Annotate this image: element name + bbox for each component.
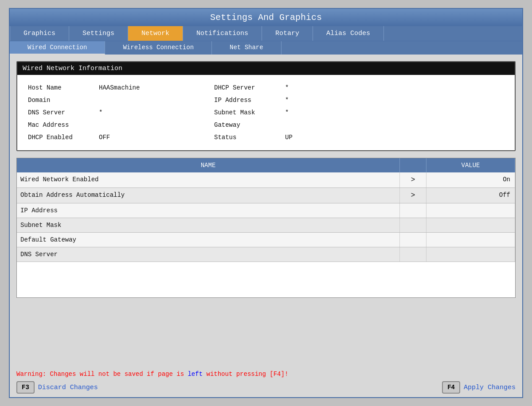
sub-tab-wireless[interactable]: Wireless Connection — [105, 41, 212, 55]
tab-settings[interactable]: Settings — [69, 26, 128, 41]
dhcp-enabled-value: OFF — [97, 131, 212, 144]
footer: Warning: Changes will not be saved if pa… — [10, 367, 522, 397]
footer-right: F4 Apply Changes — [442, 381, 516, 394]
dhcp-server-label: DHCP Server — [212, 82, 283, 94]
host-name-value: HAASmachine — [97, 82, 212, 94]
warning-message: Warning: Changes will not be saved if pa… — [16, 371, 516, 378]
table-row[interactable]: Subnet Mask — [17, 218, 515, 233]
row-name: Obtain Address Automatically — [17, 188, 400, 203]
row-value: On — [426, 172, 515, 187]
info-box-title: Wired Network Information — [17, 62, 515, 75]
row-name: Wired Network Enabled — [17, 172, 400, 187]
ip-address-value: * — [283, 94, 336, 106]
row-arrow: > — [400, 172, 426, 187]
window-title: Settings And Graphics — [210, 12, 322, 23]
table-row[interactable]: Wired Network Enabled > On — [17, 172, 515, 188]
table-row[interactable]: DNS Server — [17, 247, 515, 262]
status-label: Status — [212, 131, 283, 144]
domain-label: Domain — [26, 94, 97, 106]
status-value: UP — [283, 131, 336, 144]
settings-table-header: NAME VALUE — [17, 158, 515, 172]
table-row[interactable]: IP Address — [17, 203, 515, 218]
tab-graphics[interactable]: Graphics — [10, 26, 69, 41]
row-arrow — [400, 233, 426, 247]
ip-address-label: IP Address — [212, 94, 283, 106]
row-value — [426, 203, 515, 218]
row-name: DNS Server — [17, 247, 400, 262]
subnet-mask-value: * — [283, 106, 336, 119]
discard-changes-button[interactable]: Discard Changes — [38, 384, 98, 391]
row-name: Default Gateway — [17, 233, 400, 247]
mac-address-label: Mac Address — [26, 119, 97, 131]
wired-network-info-box: Wired Network Information Host Name HAAS… — [16, 61, 516, 151]
domain-value — [97, 94, 212, 106]
title-bar: Settings And Graphics — [10, 9, 522, 26]
row-value — [426, 218, 515, 232]
info-grid: Host Name HAASmachine DHCP Server * Doma… — [17, 75, 515, 150]
mac-address-value — [97, 119, 212, 131]
col-name-header: NAME — [17, 158, 400, 172]
content-area: Wired Network Information Host Name HAAS… — [10, 55, 522, 367]
tab-alias-codes[interactable]: Alias Codes — [313, 26, 384, 41]
row-value — [426, 233, 515, 247]
sub-tab-bar: Wired Connection Wireless Connection Net… — [10, 41, 522, 55]
row-arrow — [400, 203, 426, 218]
row-value — [426, 247, 515, 262]
settings-table: NAME VALUE Wired Network Enabled > On Ob… — [16, 158, 516, 298]
sub-tab-wired[interactable]: Wired Connection — [10, 41, 105, 55]
gateway-label: Gateway — [212, 119, 283, 131]
table-row[interactable]: Default Gateway — [17, 233, 515, 247]
footer-buttons: F3 Discard Changes F4 Apply Changes — [16, 381, 516, 394]
row-arrow — [400, 218, 426, 232]
dns-server-value: * — [97, 106, 212, 119]
row-arrow: > — [400, 188, 426, 203]
main-tab-bar: Graphics Settings Network Notifications … — [10, 26, 522, 41]
f3-key-button[interactable]: F3 — [16, 381, 35, 394]
col-arrow-header — [400, 158, 426, 172]
warning-highlight: left — [188, 371, 203, 378]
gateway-value — [283, 119, 336, 131]
table-row[interactable]: Obtain Address Automatically > Off — [17, 188, 515, 203]
tab-network[interactable]: Network — [128, 26, 183, 41]
sub-tab-net-share[interactable]: Net Share — [212, 41, 282, 55]
dhcp-enabled-label: DHCP Enabled — [26, 131, 97, 144]
subnet-mask-label: Subnet Mask — [212, 106, 283, 119]
row-name: IP Address — [17, 203, 400, 218]
tab-rotary[interactable]: Rotary — [262, 26, 313, 41]
row-arrow — [400, 247, 426, 262]
host-name-label: Host Name — [26, 82, 97, 94]
row-name: Subnet Mask — [17, 218, 400, 232]
dhcp-server-value: * — [283, 82, 336, 94]
main-window: Settings And Graphics Graphics Settings … — [9, 8, 523, 398]
col-value-header: VALUE — [426, 158, 515, 172]
dns-server-label: DNS Server — [26, 106, 97, 119]
tab-notifications[interactable]: Notifications — [183, 26, 262, 41]
f4-key-button[interactable]: F4 — [442, 381, 460, 394]
row-value: Off — [426, 188, 515, 203]
table-empty-area — [17, 262, 515, 297]
apply-changes-button[interactable]: Apply Changes — [464, 384, 516, 391]
